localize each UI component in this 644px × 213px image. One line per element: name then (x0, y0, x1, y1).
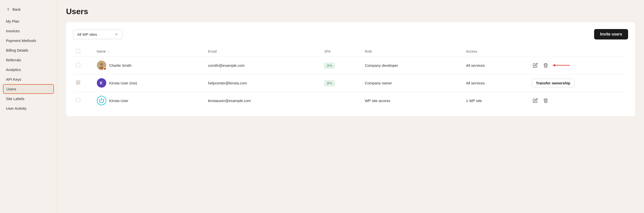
row-checkbox-disabled (76, 80, 80, 85)
delete-button[interactable] (542, 97, 549, 104)
sidebar-item-label: Referrals (6, 58, 21, 62)
access-cell: 1 WP site (463, 92, 529, 110)
role-cell: WP site access (362, 92, 463, 110)
back-label: Back (12, 7, 20, 12)
actions-cell (529, 56, 628, 74)
name-cell: K Kinsta User (me) (94, 74, 205, 92)
table-row: K Kinsta User (me) helpcenter@kinsta.com… (73, 74, 628, 92)
edit-button[interactable] (532, 62, 539, 69)
name-cell: Charlie Smith (94, 56, 205, 74)
actions-cell: Transfer ownership (529, 74, 628, 92)
svg-marker-4 (553, 64, 555, 66)
red-arrow-indicator (553, 63, 572, 68)
sidebar-item-label: Invoices (6, 29, 20, 33)
2fa-cell (321, 92, 362, 110)
user-name: Kinsta User (109, 98, 128, 103)
arrow-icon (553, 63, 572, 68)
sidebar-item-label: API Keys (6, 77, 21, 82)
access-cell: All services (463, 74, 529, 92)
avatar (97, 96, 106, 105)
header-actions (529, 46, 628, 56)
trash-icon (543, 98, 548, 103)
2fa-badge: 2FA (324, 63, 334, 68)
avatar: K (97, 78, 106, 88)
edit-icon (533, 98, 538, 103)
actions-cell (529, 92, 628, 110)
user-name-cell: Kinsta User (97, 96, 202, 105)
sidebar-item-referrals[interactable]: Referrals (0, 55, 57, 65)
header-name[interactable]: Name ↑ (94, 46, 205, 56)
header-access: Access (463, 46, 529, 56)
2fa-cell: 2FA (321, 56, 362, 74)
select-all-checkbox[interactable] (76, 49, 80, 53)
sidebar-nav: My Plan Invoices Payment Methods Billing… (0, 16, 57, 113)
action-icons (532, 62, 625, 69)
access-cell: All services (463, 56, 529, 74)
users-table: Name ↑ Email 2FA Role Access (73, 46, 628, 109)
sidebar-item-users[interactable]: Users (3, 84, 54, 94)
email-cell: csmith@example.com (205, 56, 322, 74)
avatar-badge (103, 67, 106, 70)
page-title: Users (66, 7, 635, 16)
role-cell: Company developer (362, 56, 463, 74)
trash-icon (543, 63, 548, 68)
table-row: Kinsta User kinstauser@example.com WP si… (73, 92, 628, 110)
user-name: Kinsta User (me) (109, 81, 137, 85)
header-role: Role (362, 46, 463, 56)
user-name: Charlie Smith (109, 63, 132, 68)
chevron-down-icon (114, 32, 118, 36)
sidebar-item-billing-details[interactable]: Billing Details (0, 46, 57, 55)
edit-button[interactable] (532, 97, 539, 104)
svg-text:K: K (100, 81, 103, 85)
2fa-badge: 2FA (324, 80, 334, 86)
transfer-ownership-button[interactable]: Transfer ownership (532, 79, 574, 88)
sidebar-item-label: Billing Details (6, 48, 28, 52)
header-checkbox-col (73, 46, 94, 56)
dropdown-label: All WP sites (77, 32, 97, 36)
delete-button[interactable] (542, 62, 549, 69)
row-checkbox-cell (73, 74, 94, 92)
user-name-cell: Charlie Smith (97, 60, 202, 70)
sort-icon: ↑ (108, 50, 110, 53)
invite-users-button[interactable]: Invite users (594, 29, 628, 40)
top-bar: All WP sites Invite users (73, 29, 628, 40)
sidebar-item-label: My Plan (6, 19, 19, 23)
user-name-cell: K Kinsta User (me) (97, 78, 202, 88)
2fa-cell: 2FA (321, 74, 362, 92)
role-cell: Company owner (362, 74, 463, 92)
back-button[interactable]: Back (0, 5, 57, 16)
name-cell: Kinsta User (94, 92, 205, 110)
row-checkbox-cell (73, 56, 94, 74)
email-cell: kinstauser@example.com (205, 92, 322, 110)
email-cell: helpcenter@kinsta.com (205, 74, 322, 92)
sidebar-item-my-plan[interactable]: My Plan (0, 16, 57, 26)
sidebar-item-payment-methods[interactable]: Payment Methods (0, 36, 57, 46)
sidebar: Back My Plan Invoices Payment Methods Bi… (0, 0, 57, 213)
sidebar-item-analytics[interactable]: Analytics (0, 65, 57, 74)
action-icons (532, 97, 625, 104)
sidebar-item-user-activity[interactable]: User Activity (0, 104, 57, 113)
sidebar-item-label: Analytics (6, 68, 21, 72)
sidebar-item-site-labels[interactable]: Site Labels (0, 94, 57, 104)
sidebar-item-label: User Activity (6, 106, 26, 110)
svg-point-1 (100, 63, 103, 66)
header-email: Email (205, 46, 322, 56)
row-checkbox[interactable] (76, 63, 80, 67)
edit-icon (533, 63, 538, 68)
sidebar-item-label: Payment Methods (6, 38, 36, 43)
table-row: Charlie Smith csmith@example.com 2FA Com… (73, 56, 628, 74)
back-arrow-icon (6, 7, 10, 12)
row-checkbox[interactable] (76, 98, 80, 102)
main-content: Users All WP sites Invite users Name (57, 0, 644, 213)
header-2fa: 2FA (321, 46, 362, 56)
power-icon (99, 98, 104, 103)
content-card: All WP sites Invite users Name ↑ Em (66, 22, 635, 116)
sites-dropdown[interactable]: All WP sites (73, 30, 123, 39)
sidebar-item-api-keys[interactable]: API Keys (0, 74, 57, 84)
row-checkbox-cell (73, 92, 94, 110)
avatar (97, 60, 106, 70)
sidebar-item-label: Site Labels (6, 96, 24, 101)
sidebar-item-label: Users (6, 87, 16, 91)
sidebar-item-invoices[interactable]: Invoices (0, 26, 57, 36)
kinsta-logo-icon: K (99, 80, 104, 86)
